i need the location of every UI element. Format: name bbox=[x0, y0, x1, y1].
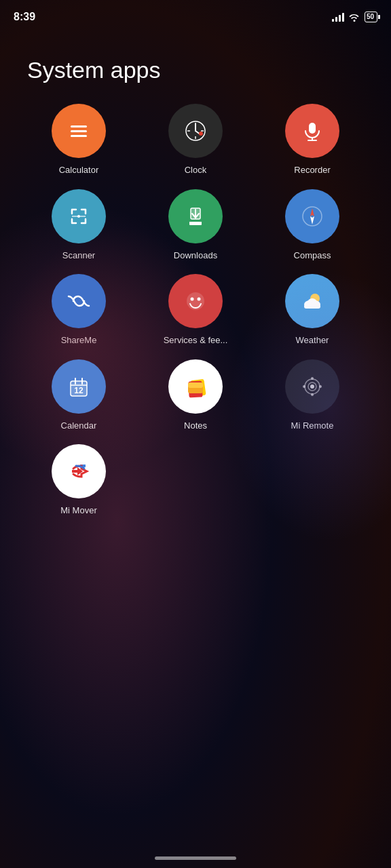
svg-marker-20 bbox=[310, 208, 314, 216]
app-item-mimover[interactable]: Mi Mover bbox=[20, 444, 137, 516]
app-icon-weather bbox=[285, 274, 339, 328]
wifi-icon bbox=[348, 12, 360, 22]
app-label-clock: Clock bbox=[185, 165, 207, 176]
app-item-notes[interactable]: Notes bbox=[137, 359, 254, 431]
svg-rect-38 bbox=[188, 382, 203, 388]
svg-point-15 bbox=[77, 215, 80, 218]
app-label-scanner: Scanner bbox=[62, 250, 95, 261]
signal-icon bbox=[332, 12, 344, 22]
app-item-clock[interactable]: Clock bbox=[137, 104, 254, 176]
status-time: 8:39 bbox=[14, 11, 35, 23]
app-label-calendar: Calendar bbox=[61, 420, 97, 431]
app-item-miremote[interactable]: Mi Remote bbox=[254, 359, 371, 431]
app-item-weather[interactable]: Weather bbox=[254, 274, 371, 346]
app-label-mimover: Mi Mover bbox=[60, 505, 96, 516]
app-icon-notes bbox=[168, 359, 223, 414]
app-item-calculator[interactable]: Calculator bbox=[20, 104, 137, 176]
app-icon-services bbox=[168, 274, 223, 328]
svg-point-24 bbox=[198, 298, 201, 301]
svg-point-43 bbox=[319, 385, 322, 388]
battery-level: 50 bbox=[367, 13, 374, 20]
svg-marker-21 bbox=[310, 216, 314, 224]
app-item-services[interactable]: Services & fee... bbox=[137, 274, 254, 346]
svg-rect-11 bbox=[309, 123, 316, 134]
app-label-downloads: Downloads bbox=[174, 250, 217, 261]
svg-point-42 bbox=[311, 377, 314, 380]
app-label-notes: Notes bbox=[184, 420, 207, 431]
app-item-recorder[interactable]: Recorder bbox=[254, 104, 371, 176]
app-icon-calculator bbox=[52, 104, 106, 158]
app-label-services: Services & fee... bbox=[164, 335, 228, 346]
app-icon-shareme bbox=[52, 274, 106, 328]
app-label-calculator: Calculator bbox=[59, 165, 99, 176]
app-grid: Calculator Clock bbox=[0, 104, 391, 543]
app-label-compass: Compass bbox=[294, 250, 331, 261]
svg-rect-18 bbox=[189, 222, 202, 225]
app-icon-clock bbox=[168, 104, 223, 158]
app-icon-recorder bbox=[285, 104, 339, 158]
app-item-compass[interactable]: Compass bbox=[254, 189, 371, 261]
svg-rect-0 bbox=[71, 125, 87, 127]
app-item-downloads[interactable]: Downloads bbox=[137, 189, 254, 261]
app-icon-miremote bbox=[285, 359, 339, 414]
svg-point-10 bbox=[199, 132, 203, 136]
svg-text:12: 12 bbox=[74, 386, 83, 395]
app-label-miremote: Mi Remote bbox=[291, 420, 334, 431]
app-label-weather: Weather bbox=[296, 335, 329, 346]
app-icon-scanner bbox=[52, 189, 106, 243]
battery-icon: 50 bbox=[365, 12, 377, 22]
svg-point-45 bbox=[303, 385, 305, 388]
svg-point-41 bbox=[310, 384, 314, 389]
svg-point-44 bbox=[311, 393, 314, 396]
svg-rect-29 bbox=[304, 304, 320, 309]
app-icon-mimover bbox=[52, 444, 106, 498]
app-item-scanner[interactable]: Scanner bbox=[20, 189, 137, 261]
svg-rect-1 bbox=[71, 130, 87, 132]
app-icon-calendar: 12 bbox=[52, 359, 106, 414]
app-item-calendar[interactable]: 12 Calendar bbox=[20, 359, 137, 431]
status-icons: 50 bbox=[332, 12, 377, 22]
app-icon-downloads bbox=[168, 189, 223, 243]
app-icon-compass bbox=[285, 189, 339, 243]
svg-point-23 bbox=[191, 298, 194, 301]
home-indicator bbox=[155, 856, 236, 860]
app-label-shareme: ShareMe bbox=[61, 335, 97, 346]
app-item-shareme[interactable]: ShareMe bbox=[20, 274, 137, 346]
svg-rect-2 bbox=[71, 135, 87, 137]
page-title: System apps bbox=[0, 30, 391, 104]
status-bar: 8:39 50 bbox=[0, 0, 391, 30]
app-label-recorder: Recorder bbox=[294, 165, 330, 176]
